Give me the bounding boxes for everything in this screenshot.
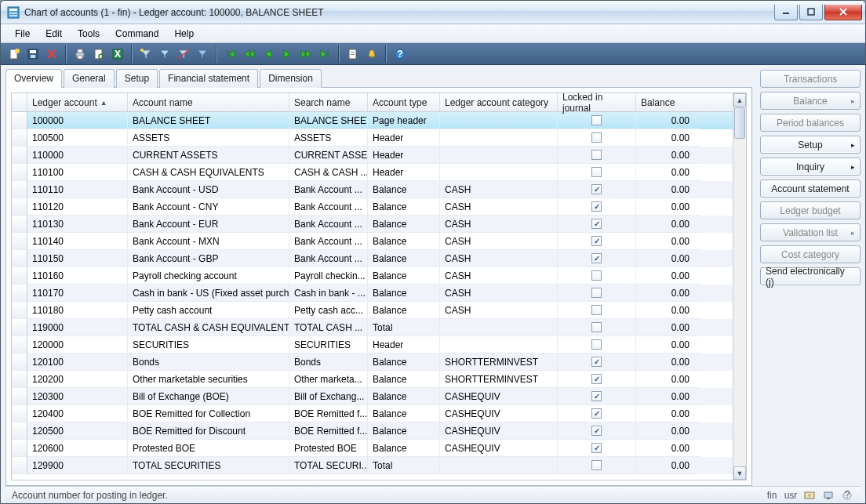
col-ledger-category[interactable]: Ledger account category [440, 93, 558, 111]
cell-category[interactable] [440, 336, 558, 354]
cell-search[interactable]: Bank Account ... [289, 198, 368, 216]
cell-type[interactable]: Balance [368, 216, 440, 233]
cell-type[interactable]: Balance [368, 198, 440, 216]
last-icon[interactable] [316, 45, 333, 63]
table-row[interactable]: 110150Bank Account - GBPBank Account ...… [12, 250, 733, 267]
cell-locked[interactable] [558, 164, 636, 181]
cell-balance[interactable]: 0.00 [636, 250, 700, 267]
cell-category[interactable]: SHORTTERMINVEST [440, 371, 558, 388]
cell-search[interactable]: Bill of Exchang... [289, 388, 368, 405]
cell-type[interactable]: Balance [368, 405, 440, 422]
checkbox[interactable] [591, 132, 602, 143]
cell-type[interactable]: Balance [368, 371, 440, 388]
cell-account[interactable]: 110110 [27, 181, 128, 198]
cell-balance[interactable]: 0.00 [636, 440, 700, 457]
cell-category[interactable]: SHORTTERMINVEST [440, 354, 558, 371]
cell-type[interactable]: Balance [368, 250, 440, 267]
cell-category[interactable]: CASHEQUIV [440, 440, 558, 457]
row-selector-header[interactable] [12, 93, 27, 111]
cell-search[interactable]: Bank Account ... [289, 233, 368, 250]
filter-icon[interactable] [194, 45, 211, 63]
cell-locked[interactable] [558, 457, 636, 474]
cell-search[interactable]: BOE Remitted f... [289, 422, 368, 440]
checkbox[interactable] [591, 391, 602, 401]
cell-locked[interactable] [558, 233, 636, 250]
cell-search[interactable]: Bonds [289, 354, 368, 371]
cell-type[interactable]: Header [368, 129, 440, 147]
col-ledger-account[interactable]: Ledger account▲ [27, 93, 128, 111]
cell-search[interactable]: TOTAL SECURI... [289, 457, 368, 474]
print-preview-icon[interactable] [90, 45, 107, 63]
cell-account[interactable]: 120100 [27, 354, 128, 371]
cell-name[interactable]: Bank Account - EUR [128, 216, 289, 233]
cell-balance[interactable]: 0.00 [636, 354, 700, 371]
cell-search[interactable]: TOTAL CASH ... [289, 319, 368, 336]
btn-send-electronically[interactable]: Send electronically (j) [760, 267, 861, 285]
save-icon[interactable] [24, 45, 42, 63]
cell-balance[interactable]: 0.00 [636, 112, 700, 129]
cell-locked[interactable] [558, 371, 636, 388]
cell-search[interactable]: BOE Remitted f... [289, 405, 368, 422]
checkbox[interactable] [591, 460, 602, 470]
cell-type[interactable]: Total [368, 457, 440, 474]
cell-account[interactable]: 100000 [27, 112, 128, 129]
cell-type[interactable]: Balance [368, 388, 440, 405]
table-row[interactable]: 110130Bank Account - EURBank Account ...… [12, 216, 733, 233]
cell-type[interactable]: Header [368, 147, 440, 164]
cell-name[interactable]: Bank Account - GBP [128, 250, 289, 267]
cell-balance[interactable]: 0.00 [636, 216, 700, 233]
checkbox[interactable] [591, 443, 602, 453]
checkbox[interactable] [591, 374, 602, 384]
col-balance[interactable]: Balance [636, 93, 700, 111]
checkbox[interactable] [591, 288, 602, 298]
cell-type[interactable]: Balance [368, 233, 440, 250]
checkbox[interactable] [591, 219, 602, 229]
table-row[interactable]: 110180Petty cash accountPetty cash acc..… [12, 302, 733, 319]
next-fast-icon[interactable] [297, 45, 315, 63]
connection-icon[interactable] [821, 490, 835, 501]
prev-fast-icon[interactable] [241, 45, 258, 63]
cell-category[interactable]: CASH [440, 198, 558, 216]
cell-type[interactable]: Page header [368, 112, 440, 129]
scroll-down-icon[interactable]: ▼ [733, 466, 746, 480]
cell-locked[interactable] [558, 354, 636, 371]
row-handle[interactable] [12, 198, 27, 216]
cell-locked[interactable] [558, 250, 636, 267]
row-handle[interactable] [12, 164, 27, 181]
checkbox[interactable] [591, 322, 602, 332]
cell-search[interactable]: SECURITIES [289, 336, 368, 354]
checkbox[interactable] [591, 167, 602, 177]
cell-account[interactable]: 120400 [27, 405, 128, 422]
cell-type[interactable]: Total [368, 319, 440, 336]
remove-filter-icon[interactable] [175, 45, 192, 63]
row-handle[interactable] [12, 233, 27, 250]
col-search-name[interactable]: Search name [289, 93, 368, 111]
checkbox[interactable] [591, 150, 602, 160]
table-row[interactable]: 119000TOTAL CASH & CASH EQUIVALENTSTOTAL… [12, 319, 733, 336]
filter-by-field-icon[interactable] [137, 45, 155, 63]
cell-search[interactable]: Bank Account ... [289, 181, 368, 198]
row-handle[interactable] [12, 112, 27, 129]
cell-category[interactable]: CASH [440, 181, 558, 198]
titlebar[interactable]: Chart of accounts (1 - fin) - Ledger acc… [1, 1, 865, 24]
cell-locked[interactable] [558, 405, 636, 422]
cell-search[interactable]: BALANCE SHEET [289, 112, 368, 129]
cell-name[interactable]: BOE Remitted for Collection [128, 405, 289, 422]
cell-name[interactable]: Cash in bank - US (Fixed asset purch) [128, 285, 289, 302]
cell-locked[interactable] [558, 216, 636, 233]
cell-name[interactable]: CURRENT ASSETS [128, 147, 289, 164]
cell-balance[interactable]: 0.00 [636, 302, 700, 319]
table-row[interactable]: 120200Other marketable securitiesOther m… [12, 371, 733, 388]
cell-category[interactable]: CASHEQUIV [440, 388, 558, 405]
checkbox[interactable] [591, 305, 602, 315]
row-handle[interactable] [12, 405, 27, 422]
cell-balance[interactable]: 0.00 [636, 319, 700, 336]
cell-search[interactable]: Petty cash acc... [289, 302, 368, 319]
cell-name[interactable]: ASSETS [128, 129, 289, 147]
cell-account[interactable]: 110150 [27, 250, 128, 267]
cell-locked[interactable] [558, 440, 636, 457]
cell-account[interactable]: 110160 [27, 267, 128, 285]
table-row[interactable]: 120100BondsBondsBalanceSHORTTERMINVEST0.… [12, 354, 733, 371]
cell-locked[interactable] [558, 319, 636, 336]
cell-category[interactable] [440, 147, 558, 164]
